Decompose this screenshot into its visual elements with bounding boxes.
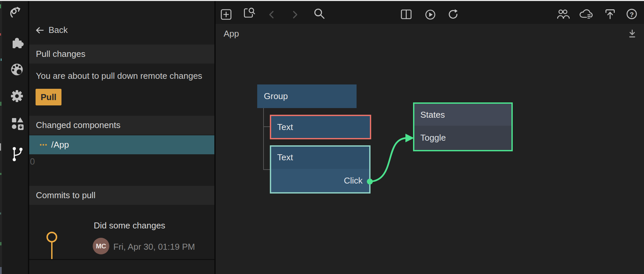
noodl-logo-icon[interactable]	[9, 6, 22, 21]
pull-changes-header: Pull changes	[29, 45, 214, 64]
refresh-icon[interactable]	[448, 9, 459, 21]
commit-author-avatar: MC	[93, 238, 109, 254]
pull-info-text: You are about to pull down remote change…	[36, 71, 202, 81]
node-label: Text	[277, 122, 293, 132]
plugins-icon[interactable]	[10, 36, 24, 51]
back-arrow-icon	[35, 26, 44, 35]
tree-connector-stub	[263, 169, 270, 170]
node-text-1[interactable]: Text	[270, 115, 371, 139]
add-node-icon[interactable]	[221, 9, 232, 21]
collaborators-icon[interactable]	[557, 9, 570, 21]
input-port-label: Toggle	[420, 133, 446, 143]
commit-graph-line	[51, 242, 53, 259]
back-label: Back	[49, 25, 68, 35]
changed-dots-icon	[40, 144, 47, 146]
help-icon[interactable]: ?	[626, 8, 637, 21]
node-label: Text	[277, 152, 293, 163]
noodl-editor-window: Back Pull changes You are about to pull …	[0, 0, 644, 274]
changed-component-item[interactable]: /App	[29, 135, 214, 154]
version-control-panel: Back Pull changes You are about to pull …	[29, 1, 214, 274]
node-label: Group	[264, 91, 288, 101]
node-group[interactable]: Group	[257, 84, 357, 108]
download-icon[interactable]	[627, 29, 637, 40]
back-button[interactable]: Back	[35, 25, 68, 35]
component-search-icon[interactable]	[243, 7, 256, 20]
changed-components-header: Changed components	[29, 116, 214, 135]
output-port-click[interactable]: Click	[271, 169, 369, 192]
help-glyph: ?	[626, 8, 637, 21]
run-preview-icon[interactable]	[425, 9, 436, 21]
components-icon[interactable]	[10, 116, 24, 132]
activity-bar-border	[28, 1, 29, 274]
cloud-versions-icon[interactable]	[579, 8, 593, 21]
theme-palette-icon[interactable]	[10, 63, 24, 78]
window-top-strip	[0, 0, 644, 1]
node-text-2[interactable]: Text Click	[270, 145, 371, 194]
commit-separator	[29, 259, 214, 260]
search-icon[interactable]	[313, 8, 325, 21]
activity-bar	[2, 1, 28, 274]
breadcrumb[interactable]: App	[224, 29, 239, 39]
output-port-label: Click	[344, 176, 363, 186]
node-label: States	[420, 110, 445, 120]
input-port-toggle[interactable]: Toggle	[414, 126, 511, 150]
pull-button[interactable]: Pull	[36, 89, 61, 105]
changed-component-label: /App	[51, 140, 69, 150]
tree-connector-stub	[263, 126, 270, 127]
commit-timestamp: Fri, Apr 30, 01:19 PM	[113, 242, 195, 252]
overview-ruler	[0, 1, 2, 274]
deploy-icon[interactable]	[604, 8, 616, 21]
commit-message: Did some changes	[94, 220, 165, 231]
panel-border	[214, 1, 216, 274]
version-control-icon[interactable]	[11, 146, 23, 164]
settings-icon[interactable]	[10, 89, 24, 104]
nav-forward-icon[interactable]	[291, 10, 299, 21]
node-states-header: States	[414, 104, 511, 126]
tree-connector-vertical	[263, 108, 264, 170]
commits-to-pull-header: Commits to pull	[29, 186, 214, 205]
node-states[interactable]: States Toggle	[413, 102, 513, 151]
stray-zero-text: 0	[30, 157, 35, 167]
commit-graph-node-icon	[45, 230, 58, 244]
split-view-icon[interactable]	[401, 9, 412, 21]
nav-back-icon[interactable]	[268, 10, 275, 21]
